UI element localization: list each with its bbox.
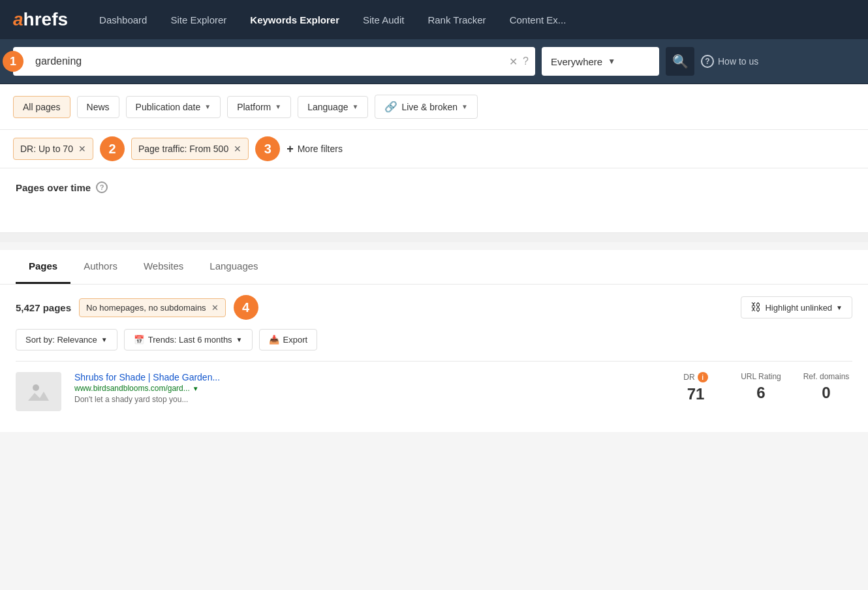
- ref-domains-metric: Ref. domains 0: [800, 372, 852, 402]
- dr-filter-tag[interactable]: DR: Up to 70 ✕: [13, 138, 93, 160]
- results-header: 5,427 pages No homepages, no subdomains …: [16, 295, 852, 320]
- logo[interactable]: ahrefs: [13, 9, 68, 30]
- chevron-down-icon: ▼: [101, 336, 108, 343]
- chevron-down-icon: ▼: [275, 103, 281, 110]
- language-filter[interactable]: Language ▼: [298, 96, 368, 118]
- results-count: 5,427 pages: [16, 302, 71, 313]
- trends-label: Trends: Last 6 months: [148, 335, 232, 345]
- result-title[interactable]: Shrubs for Shade | Shade Garden...: [74, 372, 657, 382]
- chevron-down-icon: ▼: [204, 103, 211, 110]
- dr-info-icon[interactable]: i: [698, 372, 708, 382]
- controls-row: Sort by: Relevance ▼ 📅 Trends: Last 6 mo…: [16, 329, 852, 350]
- export-icon: 📥: [269, 335, 279, 345]
- logo-hrefs: hrefs: [23, 9, 68, 30]
- export-label: Export: [283, 335, 308, 345]
- dr-metric: DR i 71: [670, 372, 722, 403]
- no-homepages-label: No homepages, no subdomains: [86, 303, 206, 313]
- search-engine-dropdown[interactable]: Everywhere ▼: [542, 47, 659, 76]
- publication-date-filter[interactable]: Publication date ▼: [126, 96, 221, 118]
- logo-a: a: [13, 9, 23, 30]
- external-link-icon: ▼: [193, 385, 199, 392]
- tab-websites[interactable]: Websites: [131, 250, 196, 284]
- plus-icon: +: [287, 142, 294, 156]
- export-btn[interactable]: 📥 Export: [259, 329, 318, 350]
- step-badge-4: 4: [234, 295, 258, 320]
- url-rating-metric: URL Rating 6: [735, 372, 787, 402]
- chevron-down-icon: ▼: [608, 57, 615, 66]
- result-info: Shrubs for Shade | Shade Garden... www.b…: [74, 372, 657, 404]
- calendar-icon: 📅: [134, 335, 144, 345]
- live-broken-label: Live & broken: [401, 102, 457, 112]
- more-filters-label: More filters: [298, 144, 343, 154]
- chevron-down-icon: ▼: [352, 103, 358, 110]
- step-badge-1: 1: [3, 51, 23, 72]
- nav-rank-tracker[interactable]: Rank Tracker: [416, 0, 497, 39]
- publication-date-label: Publication date: [136, 102, 201, 112]
- tab-languages[interactable]: Languages: [196, 250, 271, 284]
- chevron-down-icon: ▼: [836, 304, 843, 311]
- nav-links: Dashboard Site Explorer Keywords Explore…: [87, 0, 855, 39]
- svg-point-0: [33, 384, 39, 391]
- nav-site-explorer[interactable]: Site Explorer: [159, 0, 238, 39]
- page-traffic-filter-tag[interactable]: Page traffic: From 500 ✕: [131, 138, 249, 160]
- tab-pages[interactable]: Pages: [16, 250, 70, 284]
- result-thumbnail: [16, 372, 61, 411]
- platform-filter[interactable]: Platform ▼: [227, 96, 291, 118]
- dropdown-label: Everywhere: [551, 56, 602, 67]
- language-label: Language: [307, 102, 348, 112]
- how-to-link[interactable]: ? How to us: [701, 55, 758, 68]
- more-filters-btn[interactable]: + More filters: [287, 142, 343, 156]
- results-section: 5,427 pages No homepages, no subdomains …: [0, 285, 868, 432]
- result-desc: Don't let a shady yard stop you...: [74, 395, 657, 404]
- highlight-unlinked-btn[interactable]: ⛓ Highlight unlinked ▼: [741, 296, 852, 318]
- chevron-down-icon: ▼: [236, 336, 243, 343]
- navbar: ahrefs Dashboard Site Explorer Keywords …: [0, 0, 868, 39]
- search-input[interactable]: [35, 55, 509, 67]
- sort-label: Sort by: Relevance: [25, 335, 97, 345]
- nav-keywords-explorer[interactable]: Keywords Explorer: [238, 0, 351, 39]
- news-filter[interactable]: News: [77, 96, 119, 118]
- result-url[interactable]: www.birdsandblooms.com/gard... ▼: [74, 384, 657, 393]
- active-filters-bar: DR: Up to 70 ✕ 2 Page traffic: From 500 …: [0, 130, 868, 168]
- url-rating-value: 6: [735, 384, 787, 402]
- search-button[interactable]: 🔍: [666, 47, 694, 76]
- chart-area: [16, 193, 852, 219]
- page-traffic-filter-label: Page traffic: From 500: [138, 144, 228, 154]
- search-bar: 1 ✕ ? Everywhere ▼ 🔍 ? How to us: [0, 39, 868, 84]
- no-homepages-filter-tag[interactable]: No homepages, no subdomains ✕: [79, 298, 226, 317]
- news-label: News: [87, 102, 110, 112]
- nav-content-explorer[interactable]: Content Ex...: [498, 0, 578, 39]
- url-rating-label: URL Rating: [735, 372, 787, 381]
- remove-homepages-filter-icon[interactable]: ✕: [211, 303, 219, 313]
- all-pages-filter[interactable]: All pages: [13, 96, 70, 118]
- search-input-wrapper: 1 ✕ ?: [13, 47, 535, 76]
- tabs-list: Pages Authors Websites Languages: [16, 250, 852, 284]
- link-icon: 🔗: [384, 101, 397, 113]
- sort-by-btn[interactable]: Sort by: Relevance ▼: [16, 329, 117, 350]
- platform-label: Platform: [237, 102, 271, 112]
- dr-filter-label: DR: Up to 70: [20, 144, 73, 154]
- section-gap-1: [0, 233, 868, 242]
- pages-over-time-section: Pages over time ?: [0, 168, 868, 233]
- dr-label: DR i: [670, 372, 722, 382]
- search-help-icon[interactable]: ?: [523, 55, 529, 67]
- tab-authors[interactable]: Authors: [70, 250, 131, 284]
- remove-dr-filter-icon[interactable]: ✕: [78, 144, 86, 154]
- nav-site-audit[interactable]: Site Audit: [351, 0, 416, 39]
- ref-domains-value: 0: [800, 384, 852, 402]
- pages-over-time-title: Pages over time ?: [16, 181, 852, 193]
- chevron-down-icon: ▼: [461, 103, 468, 110]
- pages-over-time-label: Pages over time: [16, 182, 91, 193]
- step-badge-3: 3: [255, 136, 280, 161]
- filter-bar: All pages News Publication date ▼ Platfo…: [0, 84, 868, 130]
- how-to-label: How to us: [718, 56, 758, 67]
- clear-search-icon[interactable]: ✕: [509, 55, 518, 68]
- live-broken-filter[interactable]: 🔗 Live & broken ▼: [375, 95, 478, 119]
- nav-dashboard[interactable]: Dashboard: [87, 0, 159, 39]
- tabs-section: Pages Authors Websites Languages: [0, 250, 868, 285]
- search-icon: 🔍: [672, 54, 689, 69]
- remove-traffic-filter-icon[interactable]: ✕: [234, 144, 241, 154]
- dr-value: 71: [670, 385, 722, 403]
- trends-btn[interactable]: 📅 Trends: Last 6 months ▼: [124, 329, 253, 350]
- pages-over-time-help-icon[interactable]: ?: [96, 181, 108, 193]
